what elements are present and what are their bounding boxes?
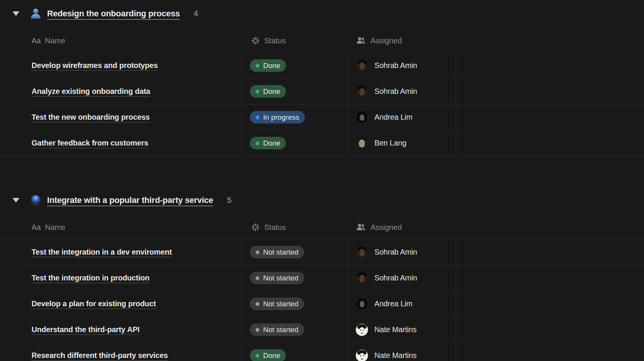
avatar — [356, 298, 368, 310]
assigned-cell[interactable]: Sohrab Amin — [348, 53, 456, 78]
avatar-face — [359, 139, 365, 147]
status-badge[interactable]: Done — [250, 85, 286, 98]
status-dot-icon — [256, 116, 259, 119]
empty-cell — [456, 79, 644, 104]
task-name: Gather feedback from customers — [32, 139, 148, 147]
status-label: Done — [263, 352, 280, 360]
column-label-status: Status — [264, 36, 286, 45]
assigned-cell[interactable]: Sohrab Amin — [348, 239, 456, 265]
group-header: Integrate with a popular third-party ser… — [0, 192, 644, 209]
status-badge[interactable]: In progress — [250, 111, 305, 124]
avatar — [356, 272, 368, 284]
status-cell[interactable]: Done — [243, 130, 348, 156]
status-label: In progress — [263, 113, 299, 122]
column-header-name[interactable]: Aa Name — [25, 36, 243, 45]
empty-cell — [456, 291, 644, 317]
task-name-cell[interactable]: Understand the third-party API — [25, 317, 243, 342]
avatar-mouth — [361, 331, 363, 334]
task-name-cell[interactable]: Develop a plan for existing product — [25, 291, 243, 317]
status-badge[interactable]: Not started — [250, 272, 304, 284]
column-header-assigned[interactable]: Assigned — [348, 223, 456, 232]
assignee-name: Ben Lang — [374, 139, 406, 147]
status-label: Not started — [263, 274, 298, 282]
collapse-triangle-icon[interactable] — [13, 11, 19, 16]
group-table: Develop wireframes and prototypes Done S… — [0, 52, 644, 156]
status-badge[interactable]: Done — [250, 137, 286, 149]
column-header-name[interactable]: Aa Name — [25, 223, 243, 232]
column-label-assigned: Assigned — [371, 36, 402, 45]
column-label-assigned: Assigned — [371, 223, 402, 232]
status-badge[interactable]: Not started — [250, 298, 304, 310]
table-row: Understand the third-party API Not start… — [25, 317, 644, 343]
task-name: Test the new onboarding process — [32, 113, 150, 122]
avatar — [356, 350, 368, 361]
avatar-eyes — [360, 355, 361, 356]
assignee-name: Nate Martins — [374, 351, 417, 360]
empty-cell — [456, 343, 644, 361]
assignee-name: Andrea Lim — [374, 299, 412, 308]
status-label: Done — [263, 62, 280, 70]
empty-cell — [456, 239, 644, 265]
assignee-name: Andrea Lim — [374, 113, 412, 122]
empty-cell — [456, 317, 644, 342]
status-cell[interactable]: Done — [243, 79, 348, 104]
task-name-cell[interactable]: Research different third-party services — [25, 343, 243, 361]
assigned-cell[interactable]: Andrea Lim — [348, 104, 456, 130]
assigned-cell[interactable]: Nate Martins — [348, 317, 456, 342]
status-badge[interactable]: Done — [250, 349, 286, 361]
group-section-1: Redesign the onboarding process 4 Aa Nam… — [0, 5, 644, 156]
task-name-cell[interactable]: Test the integration in production — [25, 265, 243, 291]
group-title[interactable]: Integrate with a popular third-party ser… — [47, 195, 213, 205]
person-bust-icon — [29, 7, 42, 20]
avatar — [356, 246, 368, 258]
status-cell[interactable]: Not started — [243, 265, 348, 291]
assigned-cell[interactable]: Nate Martins — [348, 343, 456, 361]
status-cell[interactable]: Not started — [243, 239, 348, 265]
group-title[interactable]: Redesign the onboarding process — [47, 9, 180, 19]
task-name-cell[interactable]: Analyze existing onboarding data — [25, 79, 243, 104]
assigned-cell[interactable]: Sohrab Amin — [348, 265, 456, 291]
task-name-cell[interactable]: Gather feedback from customers — [25, 130, 243, 156]
task-name-cell[interactable]: Develop wireframes and prototypes — [25, 53, 243, 78]
avatar-face — [359, 62, 365, 70]
avatar-face — [359, 88, 365, 96]
table-row: Test the integration in production Not s… — [25, 265, 644, 291]
people-icon — [356, 223, 366, 231]
task-name: Test the integration in production — [32, 274, 150, 282]
group-section-2: Integrate with a popular third-party ser… — [0, 192, 644, 361]
status-cell[interactable]: In progress — [243, 104, 348, 130]
status-badge[interactable]: Not started — [250, 323, 304, 336]
empty-cell — [456, 53, 644, 78]
assignee-name: Sohrab Amin — [374, 248, 417, 256]
task-name: Understand the third-party API — [32, 325, 139, 334]
status-spinner-icon — [251, 223, 260, 231]
column-header-status[interactable]: Status — [243, 223, 348, 232]
status-dot-icon — [256, 64, 259, 68]
status-dot-icon — [256, 141, 259, 145]
column-header-status[interactable]: Status — [243, 36, 348, 45]
status-cell[interactable]: Done — [243, 343, 348, 361]
collapse-triangle-icon[interactable] — [13, 198, 19, 203]
assigned-cell[interactable]: Ben Lang — [348, 130, 456, 156]
group-table: Test the integration in a dev enviroment… — [0, 239, 644, 361]
column-header-assigned[interactable]: Assigned — [348, 36, 456, 45]
status-badge[interactable]: Not started — [250, 246, 304, 258]
avatar-face — [359, 249, 365, 256]
table-row: Develop a plan for existing product Not … — [25, 291, 644, 317]
task-name-cell[interactable]: Test the integration in a dev enviroment — [25, 239, 243, 265]
assigned-cell[interactable]: Andrea Lim — [348, 291, 456, 317]
status-label: Not started — [263, 300, 298, 308]
status-dot-icon — [256, 302, 259, 306]
table-row: Analyze existing onboarding data Done So… — [25, 79, 644, 104]
status-cell[interactable]: Not started — [243, 317, 348, 342]
status-cell[interactable]: Done — [243, 53, 348, 78]
status-cell[interactable]: Not started — [243, 291, 348, 317]
task-name-cell[interactable]: Test the new onboarding process — [25, 104, 243, 130]
assigned-cell[interactable]: Sohrab Amin — [348, 79, 456, 104]
people-icon — [356, 36, 366, 45]
status-dot-icon — [256, 250, 259, 254]
avatar — [356, 137, 368, 149]
avatar-face — [360, 114, 365, 121]
status-badge[interactable]: Done — [250, 59, 286, 72]
status-label: Not started — [263, 326, 298, 334]
